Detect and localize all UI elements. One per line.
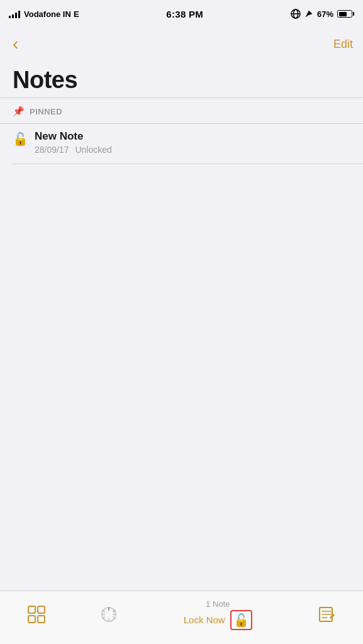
tab-bar: 1 Note Lock Now 🔓 <box>0 591 363 644</box>
gallery-tab[interactable] <box>0 605 72 624</box>
svg-rect-6 <box>38 616 45 623</box>
signal-bar-2 <box>12 14 14 18</box>
edit-button[interactable]: Edit <box>333 38 353 51</box>
unlock-icon: 🔓 <box>13 131 28 147</box>
main-content <box>0 164 363 541</box>
status-bar: Vodafone IN E 6:38 PM 67% <box>0 0 363 28</box>
note-date: 28/09/17 <box>35 145 69 155</box>
page-title: Notes <box>13 67 350 94</box>
back-button[interactable]: ‹ <box>10 33 21 55</box>
pinned-label: PINNED <box>30 107 62 116</box>
nav-bar: ‹ Edit <box>0 28 363 60</box>
spinner-tab[interactable] <box>72 606 145 623</box>
location-icon <box>304 9 313 18</box>
lock-now-section[interactable]: 1 Note Lock Now 🔓 <box>145 599 291 630</box>
status-left: Vodafone IN E <box>9 9 79 19</box>
carrier-text: Vodafone IN <box>24 9 71 19</box>
note-title: New Note <box>35 130 350 143</box>
status-time: 6:38 PM <box>166 9 203 19</box>
svg-rect-5 <box>28 616 35 623</box>
pinned-section-header: 📌 PINNED <box>0 98 363 123</box>
note-status: Unlocked <box>75 145 112 155</box>
lock-now-row: Lock Now 🔓 <box>184 610 252 630</box>
globe-icon <box>291 9 301 19</box>
compose-tab[interactable] <box>291 605 363 624</box>
signal-bar-1 <box>9 16 11 18</box>
network-type: E <box>74 9 79 19</box>
signal-bars <box>9 9 20 18</box>
svg-rect-3 <box>28 606 35 613</box>
signal-bar-3 <box>15 13 17 18</box>
note-list-item[interactable]: 🔓 New Note 28/09/17 Unlocked <box>0 124 363 164</box>
note-meta: 28/09/17 Unlocked <box>35 145 350 155</box>
battery-icon <box>337 10 354 18</box>
signal-bar-4 <box>18 11 20 18</box>
pin-icon: 📌 <box>13 106 25 117</box>
lock-now-icon-wrapper: 🔓 <box>230 610 252 630</box>
battery-percent: 67% <box>317 9 333 19</box>
gallery-icon <box>27 605 46 624</box>
compose-icon <box>317 605 336 624</box>
note-count: 1 Note <box>206 599 230 609</box>
lock-now-label[interactable]: Lock Now <box>184 614 225 625</box>
lock-now-unlock-icon: 🔓 <box>233 613 249 628</box>
page-title-section: Notes <box>0 60 363 97</box>
spinner-icon <box>100 606 118 623</box>
note-content: New Note 28/09/17 Unlocked <box>35 130 350 155</box>
svg-rect-4 <box>38 606 45 613</box>
status-right: 67% <box>291 9 354 19</box>
